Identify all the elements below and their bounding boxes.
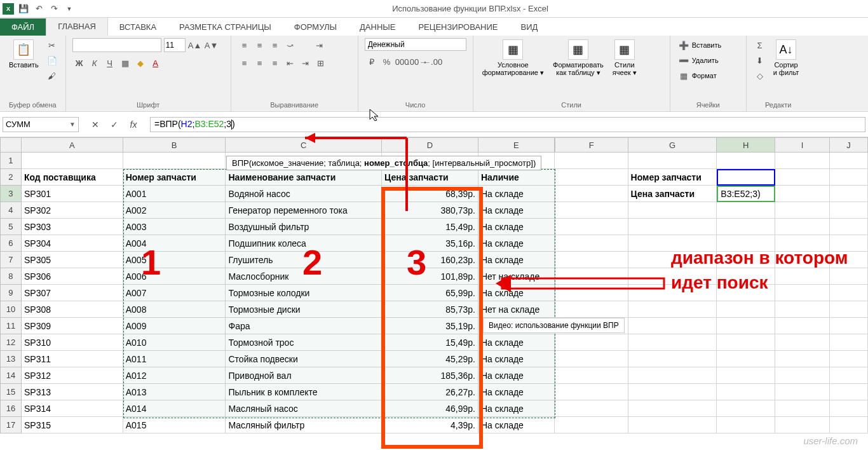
- align-right-icon[interactable]: ≡: [268, 56, 282, 70]
- col-header-F[interactable]: F: [555, 137, 628, 153]
- tab-formulas[interactable]: ФОРМУЛЫ: [283, 18, 348, 36]
- cell[interactable]: SP315: [22, 417, 123, 433]
- cell[interactable]: [717, 367, 775, 384]
- cell[interactable]: Подшипник колеса: [226, 235, 382, 252]
- font-color-icon[interactable]: А: [149, 56, 163, 70]
- cell[interactable]: На складе: [478, 400, 555, 417]
- cell[interactable]: [717, 351, 775, 367]
- cell[interactable]: Наименование запчасти: [226, 169, 382, 186]
- cell[interactable]: 4,39р.: [382, 417, 478, 433]
- italic-icon[interactable]: К: [88, 56, 102, 70]
- currency-icon[interactable]: ₽: [365, 55, 379, 69]
- row-header[interactable]: 16: [0, 400, 22, 417]
- cell[interactable]: Тормозные колодки: [226, 285, 382, 301]
- cell[interactable]: [717, 169, 775, 186]
- row-header[interactable]: 5: [0, 219, 22, 235]
- cell-editing[interactable]: B3:E52;3): [717, 186, 775, 202]
- cell[interactable]: Стойка подвески: [226, 351, 382, 367]
- delete-cells-icon[interactable]: ➖: [677, 53, 691, 67]
- cell[interactable]: Код поставщика: [22, 169, 123, 186]
- cell[interactable]: Масляный фильтр: [226, 417, 382, 433]
- cell[interactable]: [628, 219, 717, 235]
- cell[interactable]: [555, 285, 628, 301]
- cell[interactable]: [830, 384, 868, 400]
- cell[interactable]: [775, 186, 830, 202]
- cell[interactable]: Водяной насос: [226, 186, 382, 202]
- formula-input[interactable]: =ВПР(H2;B3:E52;3): [150, 117, 865, 132]
- tab-view[interactable]: ВИД: [509, 18, 549, 36]
- cell[interactable]: На складе: [478, 334, 555, 351]
- sort-filter-button[interactable]: A↓ Сортири фильт: [771, 38, 802, 78]
- cell[interactable]: 85,73р.: [382, 301, 478, 318]
- cell[interactable]: Фара: [226, 318, 382, 334]
- cut-icon[interactable]: ✂: [45, 38, 59, 52]
- fill-icon[interactable]: ⬇: [753, 53, 767, 67]
- cell[interactable]: SP314: [22, 400, 123, 417]
- tab-data[interactable]: ДАННЫЕ: [348, 18, 407, 36]
- cell[interactable]: 46,99р.: [382, 400, 478, 417]
- cell[interactable]: [555, 153, 628, 169]
- cell[interactable]: [830, 153, 868, 169]
- align-center-icon[interactable]: ≡: [253, 56, 267, 70]
- cell[interactable]: [22, 153, 123, 169]
- cell[interactable]: [717, 334, 775, 351]
- cell[interactable]: Цена запчасти: [382, 169, 478, 186]
- cell[interactable]: A004: [123, 235, 226, 252]
- tab-review[interactable]: РЕЦЕНЗИРОВАНИЕ: [407, 18, 509, 36]
- row-header[interactable]: 11: [0, 318, 22, 334]
- wrap-text-icon[interactable]: ⇥: [313, 38, 327, 52]
- cell[interactable]: A008: [123, 301, 226, 318]
- tab-insert[interactable]: ВСТАВКА: [108, 18, 168, 36]
- cell[interactable]: [628, 384, 717, 400]
- cell[interactable]: [555, 202, 628, 219]
- cell[interactable]: 26,27р.: [382, 384, 478, 400]
- col-header-G[interactable]: G: [628, 137, 717, 153]
- cell[interactable]: Маслосборник: [226, 268, 382, 285]
- cell[interactable]: A012: [123, 367, 226, 384]
- cell[interactable]: A014: [123, 400, 226, 417]
- cell[interactable]: На складе: [478, 235, 555, 252]
- cell[interactable]: [628, 301, 717, 318]
- format-as-table-button[interactable]: ▦ Форматироватькак таблицу ▾: [550, 38, 606, 78]
- cell[interactable]: [830, 400, 868, 417]
- name-box[interactable]: СУММ▼: [3, 117, 79, 132]
- cell[interactable]: A001: [123, 186, 226, 202]
- col-header-A[interactable]: A: [22, 137, 123, 153]
- increase-indent-icon[interactable]: ⇥: [299, 56, 313, 70]
- cell[interactable]: На складе: [478, 351, 555, 367]
- cell[interactable]: На складе: [478, 252, 555, 268]
- align-top-icon[interactable]: ≡: [238, 38, 252, 52]
- cell[interactable]: [830, 186, 868, 202]
- row-header[interactable]: 17: [0, 417, 22, 433]
- cell[interactable]: [628, 367, 717, 384]
- cell[interactable]: На складе: [478, 202, 555, 219]
- cell[interactable]: SP303: [22, 219, 123, 235]
- cell[interactable]: [775, 169, 830, 186]
- format-cells-icon[interactable]: ▦: [677, 69, 691, 83]
- cell[interactable]: [555, 384, 628, 400]
- cell[interactable]: [628, 334, 717, 351]
- cell[interactable]: [555, 351, 628, 367]
- fx-icon[interactable]: fx: [126, 117, 141, 132]
- cell[interactable]: [555, 268, 628, 285]
- cell[interactable]: [775, 202, 830, 219]
- cell[interactable]: [555, 186, 628, 202]
- cell[interactable]: SP301: [22, 186, 123, 202]
- orientation-icon[interactable]: ⤻: [283, 38, 297, 52]
- cell[interactable]: Нет на складе: [478, 301, 555, 318]
- cell[interactable]: На складе: [478, 285, 555, 301]
- cell[interactable]: A010: [123, 334, 226, 351]
- cell[interactable]: [555, 301, 628, 318]
- cell[interactable]: [775, 384, 830, 400]
- cell[interactable]: [717, 400, 775, 417]
- cell[interactable]: SP304: [22, 235, 123, 252]
- row-header[interactable]: 2: [0, 169, 22, 186]
- cell[interactable]: A013: [123, 384, 226, 400]
- cell[interactable]: [717, 384, 775, 400]
- row-header[interactable]: 10: [0, 301, 22, 318]
- cell[interactable]: 65,99р.: [382, 285, 478, 301]
- cell[interactable]: 68,39р.: [382, 186, 478, 202]
- cell[interactable]: [775, 417, 830, 433]
- cell[interactable]: [830, 202, 868, 219]
- cell[interactable]: A007: [123, 285, 226, 301]
